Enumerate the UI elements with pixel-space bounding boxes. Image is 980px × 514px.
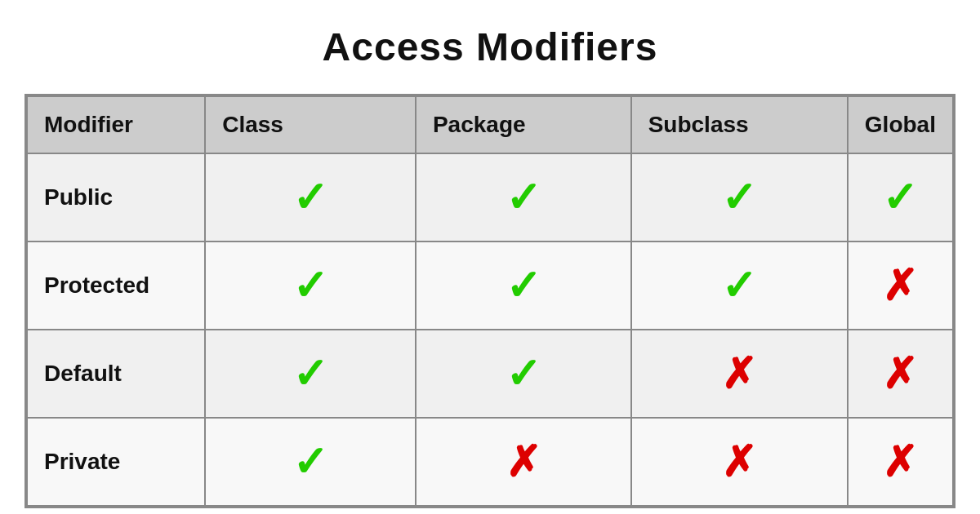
check-icon: ✓ [648, 257, 831, 314]
cross-icon: ✗ [648, 345, 831, 402]
modifier-cell: Protected [27, 241, 205, 330]
col-header-subclass: Subclass [631, 96, 848, 153]
access-modifiers-table: Modifier Class Package Subclass Global P… [24, 94, 956, 508]
col-header-package: Package [416, 96, 631, 153]
modifier-label: Protected [44, 273, 149, 298]
cross-icon: ✗ [865, 345, 936, 402]
global-cell: ✗ [848, 418, 953, 506]
check-icon: ✓ [222, 433, 399, 490]
cross-icon: ✗ [433, 433, 614, 490]
subclass-cell: ✗ [631, 330, 848, 418]
modifier-label: Default [44, 361, 122, 386]
check-icon: ✓ [433, 345, 614, 402]
subclass-cell: ✓ [631, 241, 848, 330]
package-cell: ✓ [416, 330, 631, 418]
check-icon: ✓ [433, 257, 614, 314]
check-icon: ✓ [648, 169, 831, 226]
subclass-cell: ✓ [631, 153, 848, 241]
cross-icon: ✗ [648, 433, 831, 490]
table-row: Private✓✗✗✗ [27, 418, 953, 506]
cross-icon: ✗ [865, 433, 936, 490]
modifier-cell: Default [27, 330, 205, 418]
modifier-cell: Private [27, 418, 205, 506]
class-cell: ✓ [205, 330, 416, 418]
modifier-label: Public [44, 184, 113, 210]
global-cell: ✗ [848, 330, 953, 418]
modifier-label: Private [44, 449, 120, 474]
package-cell: ✓ [416, 241, 631, 330]
subclass-cell: ✗ [631, 418, 848, 506]
class-cell: ✓ [205, 418, 416, 506]
package-cell: ✗ [416, 418, 631, 506]
cross-icon: ✗ [865, 257, 936, 314]
class-cell: ✓ [205, 153, 416, 241]
table-header-row: Modifier Class Package Subclass Global [27, 96, 953, 153]
check-icon: ✓ [222, 169, 399, 226]
col-header-global: Global [848, 96, 953, 153]
col-header-class: Class [205, 96, 416, 153]
check-icon: ✓ [222, 257, 399, 314]
modifier-cell: Public [27, 153, 205, 241]
table-row: Public✓✓✓✓ [27, 153, 953, 241]
global-cell: ✓ [848, 153, 953, 241]
check-icon: ✓ [433, 169, 614, 226]
package-cell: ✓ [416, 153, 631, 241]
table-row: Protected✓✓✓✗ [27, 241, 953, 330]
check-icon: ✓ [865, 169, 936, 226]
check-icon: ✓ [222, 345, 399, 402]
class-cell: ✓ [205, 241, 416, 330]
page-title: Access Modifiers [323, 24, 658, 69]
col-header-modifier: Modifier [27, 96, 205, 153]
table-row: Default✓✓✗✗ [27, 330, 953, 418]
global-cell: ✗ [848, 241, 953, 330]
